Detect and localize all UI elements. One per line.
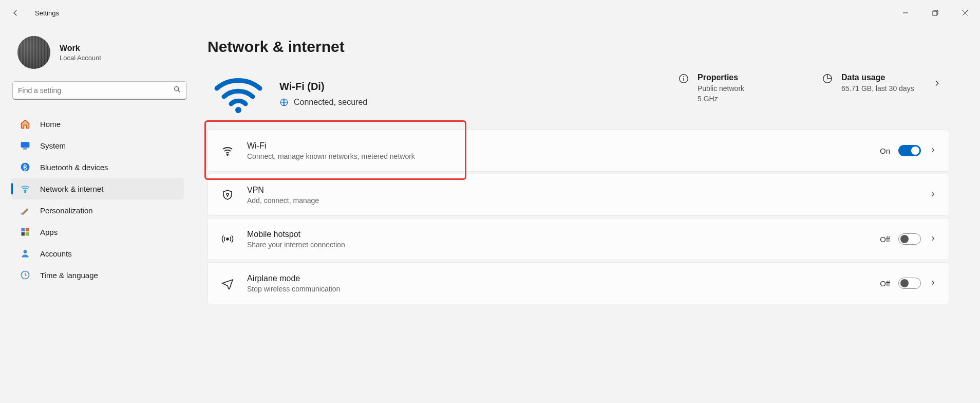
row-title: Airplane mode xyxy=(247,274,868,283)
toggle-label: Off xyxy=(880,235,890,244)
svg-point-17 xyxy=(235,107,241,113)
row-title: Wi-Fi xyxy=(247,141,868,151)
avatar xyxy=(17,36,50,69)
wifi-icon xyxy=(220,144,235,157)
info-icon xyxy=(678,73,689,86)
sidebar: Work Local Account Home xyxy=(0,26,195,403)
data-usage-block[interactable]: Data usage 65.71 GB, last 30 days xyxy=(822,73,925,93)
sidebar-item-personalization[interactable]: Personalization xyxy=(11,199,184,221)
row-subtitle: Stop wireless communication xyxy=(247,285,868,293)
search-input[interactable] xyxy=(18,86,173,95)
wifi-ssid: Wi-Fi (Di) xyxy=(279,81,367,93)
row-subtitle: Add, connect, manage xyxy=(247,196,917,205)
time-language-icon xyxy=(20,269,31,281)
wifi-toggle[interactable] xyxy=(898,145,921,156)
home-icon xyxy=(20,118,31,130)
content: Network & internet Wi-Fi (Di) xyxy=(195,26,980,403)
titlebar: Settings xyxy=(0,0,980,26)
sidebar-item-home[interactable]: Home xyxy=(11,113,184,135)
vpn-icon xyxy=(220,189,235,201)
svg-rect-1 xyxy=(933,11,937,15)
toggle-label: On xyxy=(880,146,890,155)
svg-point-9 xyxy=(25,192,26,193)
profile-name: Work xyxy=(60,44,101,53)
toggle-label: Off xyxy=(880,279,890,288)
row-hotspot[interactable]: Mobile hotspot Share your internet conne… xyxy=(208,218,949,260)
airplane-toggle[interactable] xyxy=(898,278,921,289)
window-controls xyxy=(891,0,980,26)
close-button[interactable] xyxy=(950,0,980,26)
svg-line-5 xyxy=(178,90,180,93)
airplane-icon xyxy=(220,277,235,289)
personalization-icon xyxy=(20,205,31,216)
minimize-button[interactable] xyxy=(891,0,920,26)
row-subtitle: Connect, manage known networks, metered … xyxy=(247,152,868,160)
row-title: Mobile hotspot xyxy=(247,230,868,239)
sidebar-item-time-language[interactable]: Time & language xyxy=(11,264,184,286)
accounts-icon xyxy=(20,248,31,259)
bluetooth-icon xyxy=(20,161,31,173)
sidebar-nav: Home System Bluetooth & devices Network … xyxy=(0,108,195,291)
sidebar-item-bluetooth[interactable]: Bluetooth & devices xyxy=(11,156,184,178)
properties-line1: Public network xyxy=(698,84,744,93)
sidebar-item-system[interactable]: System xyxy=(11,135,184,156)
search-icon xyxy=(173,85,181,95)
row-airplane[interactable]: Airplane mode Stop wireless communicatio… xyxy=(208,262,949,304)
hotspot-icon xyxy=(220,233,235,245)
sidebar-item-label: Apps xyxy=(40,228,58,236)
page-title: Network & internet xyxy=(208,38,949,56)
data-usage-icon xyxy=(822,73,833,86)
svg-point-24 xyxy=(227,193,229,195)
sidebar-item-label: Personalization xyxy=(40,206,93,215)
maximize-button[interactable] xyxy=(920,0,950,26)
chevron-right-icon xyxy=(929,279,936,288)
chevron-right-icon xyxy=(929,235,936,244)
svg-point-15 xyxy=(24,250,27,253)
sidebar-item-label: Bluetooth & devices xyxy=(40,163,108,172)
properties-title: Properties xyxy=(698,73,744,82)
data-usage-line: 65.71 GB, last 30 days xyxy=(841,84,914,93)
hotspot-toggle[interactable] xyxy=(898,233,921,245)
status-chevron[interactable] xyxy=(925,73,943,87)
system-icon xyxy=(20,140,31,151)
sidebar-item-label: System xyxy=(40,141,66,150)
profile-block[interactable]: Work Local Account xyxy=(0,36,195,81)
chevron-right-icon xyxy=(929,146,936,155)
properties-block[interactable]: Properties Public network 5 GHz xyxy=(678,73,812,103)
svg-rect-12 xyxy=(26,228,29,232)
wifi-icon xyxy=(20,183,31,194)
chevron-right-icon xyxy=(929,191,936,199)
row-title: VPN xyxy=(247,186,917,195)
svg-rect-10 xyxy=(21,213,23,215)
data-usage-title: Data usage xyxy=(841,73,914,82)
globe-icon xyxy=(279,98,289,107)
properties-line2: 5 GHz xyxy=(698,95,744,103)
row-vpn[interactable]: VPN Add, connect, manage xyxy=(208,174,949,216)
apps-icon xyxy=(20,226,31,237)
network-status: Wi-Fi (Di) Connected, secured Properties… xyxy=(208,70,949,124)
svg-rect-11 xyxy=(22,228,25,232)
search-input-wrap[interactable] xyxy=(12,81,187,100)
row-subtitle: Share your internet connection xyxy=(247,241,868,249)
sidebar-item-network[interactable]: Network & internet xyxy=(11,178,184,199)
svg-point-4 xyxy=(175,87,179,91)
sidebar-item-label: Network & internet xyxy=(40,185,103,193)
svg-rect-7 xyxy=(23,149,27,150)
sidebar-item-apps[interactable]: Apps xyxy=(11,221,184,243)
svg-point-25 xyxy=(227,238,229,240)
sidebar-item-label: Accounts xyxy=(40,249,72,258)
sidebar-item-label: Time & language xyxy=(40,271,98,280)
svg-rect-13 xyxy=(22,232,25,236)
profile-subtitle: Local Account xyxy=(60,54,101,62)
connection-state: Connected, secured xyxy=(294,98,367,107)
back-icon[interactable] xyxy=(10,8,21,18)
app-title: Settings xyxy=(35,9,59,17)
svg-point-21 xyxy=(683,76,684,77)
row-wifi[interactable]: Wi-Fi Connect, manage known networks, me… xyxy=(208,130,949,172)
svg-point-23 xyxy=(227,154,228,155)
svg-rect-6 xyxy=(21,142,30,148)
svg-rect-14 xyxy=(26,232,29,236)
sidebar-item-accounts[interactable]: Accounts xyxy=(11,243,184,264)
sidebar-item-label: Home xyxy=(40,120,61,129)
wifi-large-icon xyxy=(208,73,269,114)
